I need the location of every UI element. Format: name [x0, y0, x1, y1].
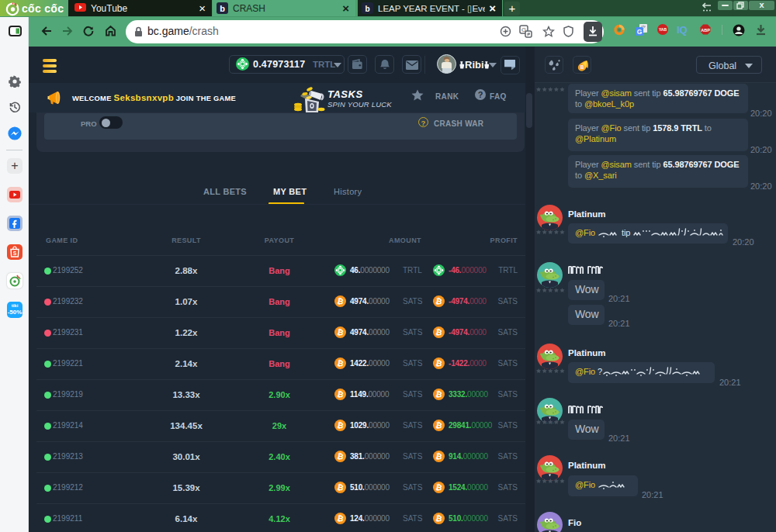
svg-text:S: S — [13, 250, 17, 256]
svg-text:b: b — [365, 5, 369, 13]
svg-text:ABP: ABP — [701, 28, 710, 33]
svg-text:G: G — [637, 28, 643, 36]
svg-text:B: B — [580, 64, 584, 70]
svg-text:b: b — [220, 4, 225, 13]
